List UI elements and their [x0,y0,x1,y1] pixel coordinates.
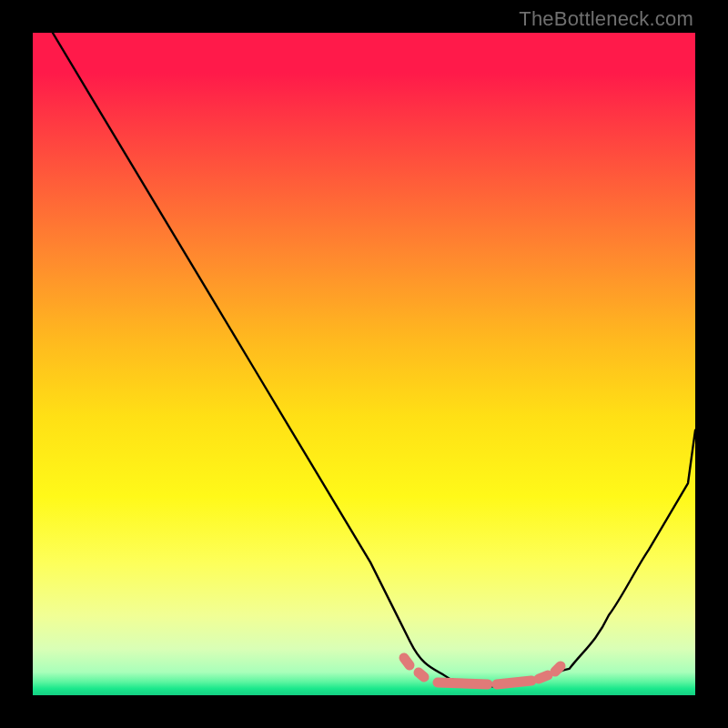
curve-layer [33,33,695,695]
svg-line-1 [419,672,424,677]
optimal-region-marker [404,658,561,684]
bottleneck-curve [53,33,695,686]
plot-area [33,33,695,695]
svg-line-5 [555,666,561,672]
attribution-label: TheBottleneck.com [519,7,693,31]
chart-stage: TheBottleneck.com [0,0,728,728]
svg-line-2 [438,682,488,684]
svg-line-3 [497,681,531,684]
svg-line-4 [539,675,548,679]
svg-line-0 [404,658,410,665]
